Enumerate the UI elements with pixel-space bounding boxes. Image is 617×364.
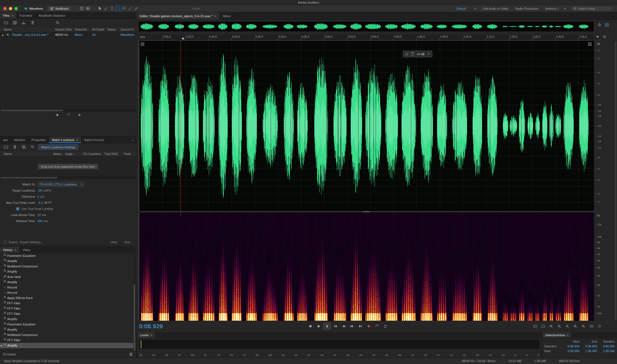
volume-hud[interactable]: +0 dB [403, 51, 432, 57]
workspace-overflow-icon[interactable]: » [564, 7, 566, 11]
zoom-in-button[interactable] [548, 323, 555, 329]
history-item[interactable]: fxAmplify [0, 280, 136, 285]
history-item[interactable]: fxAmplify [0, 317, 136, 322]
playhead-caret[interactable] [182, 38, 184, 40]
history-item[interactable]: fxApply Effects Rack [0, 295, 136, 301]
zoom-in-amplitude-button[interactable] [532, 323, 538, 329]
use-true-peak-limiting-checkbox[interactable]: ✓ [16, 207, 19, 210]
match-loudness-settings-button[interactable]: Match Loudness Settings [38, 144, 78, 150]
scrollbar-thumb[interactable] [1, 110, 63, 111]
search-input[interactable] [578, 7, 609, 10]
history-item[interactable]: fxAmplify [0, 269, 136, 274]
tab-history[interactable]: History ≡ [0, 247, 20, 253]
tab-markers[interactable]: Markers [11, 137, 29, 143]
preview-loop-button[interactable] [66, 112, 72, 118]
lasso-selection-tool-button[interactable] [121, 6, 127, 11]
tab-mixer[interactable]: Mixer [220, 12, 234, 20]
zoom-selection-in-point-button[interactable] [572, 323, 579, 329]
zoom-out-button[interactable] [556, 323, 563, 329]
marquee-selection-tool-button[interactable] [115, 6, 121, 11]
workspace-edit-audio-to-video[interactable]: Edit Audio to Video [483, 7, 509, 10]
export-checkbox[interactable] [3, 240, 7, 244]
skip-selection-button[interactable] [382, 323, 389, 330]
spectral-display-button[interactable] [85, 6, 91, 11]
frequency-ruler[interactable]: Hz 15k10k9k8k7k6k5k4k3k2k1k500 [595, 212, 617, 321]
panel-menu-icon[interactable]: ≡ [14, 248, 16, 252]
level-meter[interactable] [139, 340, 539, 349]
loudness-column-header[interactable]: Peak [124, 152, 131, 155]
zoom-out-amplitude-button[interactable] [540, 323, 546, 329]
gain-knob[interactable] [411, 52, 414, 56]
tab-selection-view[interactable]: Selection/View ≡ [542, 332, 571, 338]
history-item[interactable]: fxFFT Filter [0, 338, 136, 343]
scan-button[interactable] [29, 144, 36, 150]
pin-icon[interactable] [427, 52, 430, 56]
panel-menu-icon[interactable]: ≡ [11, 14, 13, 17]
selection-duration[interactable]: 0:00.000 [597, 345, 615, 348]
files-column-header[interactable]: Channels [75, 28, 87, 31]
history-item[interactable]: fxFFT Filter [0, 306, 136, 311]
export-settings-button[interactable]: Export Settings... [20, 240, 43, 244]
release-time-value[interactable]: 200 [37, 219, 42, 223]
crosshair-icon[interactable] [597, 23, 601, 27]
fade-icon[interactable] [405, 52, 408, 56]
panel-menu-icon[interactable]: ≡ [76, 138, 78, 142]
files-column-header[interactable]: Name [4, 28, 12, 31]
snapshot-icon[interactable] [603, 35, 606, 38]
fast-forward-button[interactable] [348, 323, 356, 330]
match-to-dropdown[interactable]: ITU-R BS.1770-3 Loudness ▾ [37, 182, 84, 187]
loudness-column-header[interactable]: Status [53, 152, 61, 155]
look-ahead-value[interactable]: 12 [37, 213, 41, 217]
import-files-button[interactable] [12, 20, 18, 26]
play-button[interactable] [315, 323, 322, 330]
channel-badge-icon[interactable] [588, 42, 591, 46]
files-column-header[interactable]: Source Fo [121, 28, 134, 31]
files-column-header[interactable]: Status [107, 28, 116, 31]
workspace-default[interactable]: Default [456, 7, 466, 10]
channel-badge-icon[interactable] [141, 42, 144, 46]
tab-files[interactable]: Files ≡ [0, 12, 17, 19]
workspace-menu-icon[interactable]: ≡ [474, 7, 476, 10]
run-button[interactable]: Run [125, 240, 130, 244]
tab-editor[interactable]: Editor: Double games revision_atpcre_9-6… [136, 12, 220, 20]
waveform-canvas[interactable] [139, 41, 594, 211]
workspace-anthony-1[interactable]: Anthony 1 [545, 7, 559, 10]
paintbrush-selection-tool-button[interactable] [127, 6, 134, 11]
waveform-display-button[interactable] [79, 6, 85, 11]
history-item[interactable]: Auto Heal [0, 274, 136, 280]
scrollbar-thumb[interactable] [134, 284, 135, 357]
vertical-scrollbar[interactable] [615, 41, 617, 321]
minimize-window-button[interactable] [9, 7, 12, 10]
amplitude-ruler[interactable]: dB -1-2-4-6-9-12-15-18-24-18-15-12-9-6-4… [595, 41, 617, 211]
tab-properties[interactable]: Properties [29, 137, 49, 143]
pause-button[interactable] [323, 323, 331, 330]
preview-play-button[interactable] [54, 112, 61, 118]
skip-to-start-button[interactable] [332, 323, 339, 330]
zoom-to-selection-button[interactable] [564, 323, 571, 329]
loudness-column-header[interactable]: Name [4, 152, 12, 155]
waveform-view-button[interactable]: Waveform [21, 6, 46, 11]
files-column-header[interactable]: Sample Rate [55, 28, 72, 31]
files-horizontal-scrollbar[interactable] [0, 109, 136, 112]
match-loudness-scrollbar[interactable] [0, 177, 136, 179]
zoom-full-button[interactable] [588, 323, 595, 329]
max-true-peak-value[interactable]: -3.2 [37, 201, 43, 204]
timeline-ruler[interactable]: hms 0:05.00:10.00:15.00:20.00:25.00:30.0… [139, 34, 594, 41]
panel-menu-icon[interactable]: ≡ [214, 14, 216, 18]
loudness-column-header[interactable]: ITU Loudness [83, 152, 101, 155]
preview-autoplay-button[interactable] [77, 112, 83, 118]
record-button[interactable] [365, 323, 372, 330]
spectral-display[interactable] [139, 212, 594, 321]
tab-match-loudness[interactable]: Match Loudness ≡ [49, 137, 81, 143]
help-search-box[interactable] [571, 6, 613, 11]
tab-video[interactable]: Video [20, 247, 34, 253]
history-item[interactable]: fxMultiband Compressor [0, 332, 136, 338]
skip-to-end-button[interactable] [357, 323, 364, 330]
disclosure-icon[interactable]: ▶ [2, 32, 4, 38]
history-item[interactable]: fxParametric Equalizer [0, 253, 136, 258]
view-duration[interactable]: 1:38.345 [597, 349, 615, 353]
razor-tool-button[interactable] [103, 6, 109, 11]
undo-button[interactable]: Undo [110, 240, 117, 244]
history-item[interactable]: fxFFT Filter [0, 311, 136, 317]
selection-start[interactable]: 0:08.929 [562, 345, 580, 348]
